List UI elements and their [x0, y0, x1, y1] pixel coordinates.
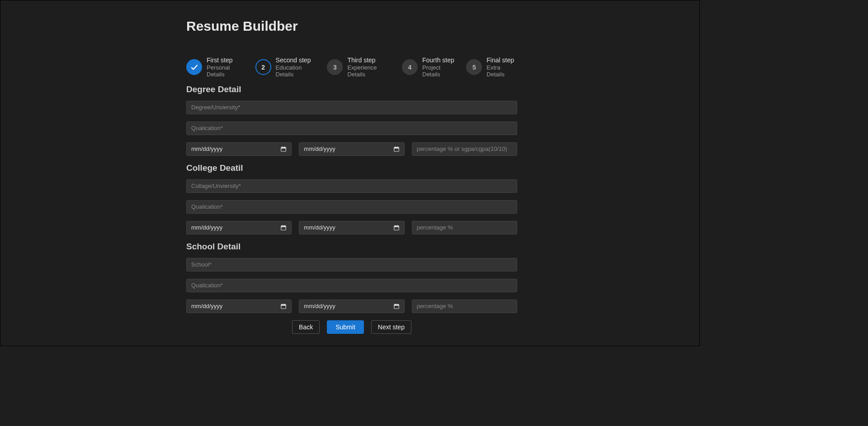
step-5-circle: 5 — [466, 59, 482, 75]
calendar-icon — [393, 303, 400, 309]
school-end-date-input[interactable]: mm/dd/yyyy — [299, 300, 404, 313]
school-percentage-input[interactable] — [412, 300, 517, 313]
calendar-icon — [280, 225, 287, 231]
page-title: Resume Buildber — [186, 19, 517, 34]
svg-rect-5 — [394, 147, 399, 149]
button-row: Back Submit Next step — [186, 320, 517, 334]
college-end-date-placeholder: mm/dd/yyyy — [304, 224, 335, 231]
submit-button[interactable]: Submit — [327, 320, 364, 334]
step-2[interactable]: 2 Second step Education Details — [255, 56, 318, 78]
back-button[interactable]: Back — [292, 320, 320, 334]
degree-institution-input[interactable] — [186, 101, 517, 114]
college-section-title: College Deatil — [186, 163, 517, 173]
step-1-sub: Personal Details — [207, 64, 246, 78]
college-end-date-input[interactable]: mm/dd/yyyy — [299, 221, 404, 234]
degree-section-title: Degree Detail — [186, 84, 517, 94]
school-start-date-input[interactable]: mm/dd/yyyy — [186, 300, 292, 313]
step-5-texts: Final step Extra Details — [486, 56, 517, 78]
step-5[interactable]: 5 Final step Extra Details — [466, 56, 517, 78]
svg-rect-21 — [394, 304, 399, 306]
school-end-date-placeholder: mm/dd/yyyy — [304, 303, 335, 309]
degree-start-date-input[interactable]: mm/dd/yyyy — [186, 142, 292, 156]
check-icon — [186, 59, 202, 75]
form-container: Resume Buildber First step Personal Deta… — [186, 0, 517, 346]
step-4-circle: 4 — [402, 59, 418, 75]
step-1[interactable]: First step Personal Details — [186, 56, 246, 78]
college-start-date-input[interactable]: mm/dd/yyyy — [186, 221, 292, 234]
svg-rect-17 — [281, 304, 286, 306]
calendar-icon — [280, 303, 287, 309]
step-2-circle: 2 — [255, 59, 271, 75]
college-start-date-placeholder: mm/dd/yyyy — [191, 224, 222, 231]
step-1-texts: First step Personal Details — [207, 56, 246, 78]
svg-rect-1 — [281, 147, 286, 149]
calendar-icon — [393, 146, 400, 152]
degree-percentage-input[interactable] — [412, 142, 517, 156]
step-3[interactable]: 3 Third step Experience Details — [327, 56, 393, 78]
college-institution-input[interactable] — [186, 179, 517, 193]
step-3-circle: 3 — [327, 59, 343, 75]
degree-start-date-placeholder: mm/dd/yyyy — [191, 145, 222, 152]
app-frame[interactable]: Resume Buildber First step Personal Deta… — [0, 0, 700, 346]
degree-end-date-placeholder: mm/dd/yyyy — [304, 145, 335, 152]
step-3-title: Third step — [347, 56, 393, 64]
degree-end-date-input[interactable]: mm/dd/yyyy — [299, 142, 404, 156]
svg-rect-9 — [281, 226, 286, 227]
step-4-title: Fourth step — [422, 56, 457, 64]
step-4-sub: Project Details — [422, 64, 457, 78]
college-percentage-input[interactable] — [412, 221, 517, 234]
svg-rect-13 — [394, 226, 399, 227]
step-2-texts: Second step Education Details — [276, 56, 318, 78]
calendar-icon — [393, 225, 400, 231]
step-1-title: First step — [207, 56, 246, 64]
step-3-sub: Experience Details — [347, 64, 393, 78]
step-3-texts: Third step Experience Details — [347, 56, 393, 78]
step-4[interactable]: 4 Fourth step Project Details — [402, 56, 457, 78]
step-2-sub: Education Details — [276, 64, 318, 78]
degree-qualification-input[interactable] — [186, 122, 517, 135]
college-qualification-input[interactable] — [186, 200, 517, 214]
stepper: First step Personal Details 2 Second ste… — [186, 56, 517, 78]
step-4-texts: Fourth step Project Details — [422, 56, 457, 78]
step-5-sub: Extra Details — [486, 64, 517, 78]
school-institution-input[interactable] — [186, 258, 517, 272]
step-5-title: Final step — [486, 56, 517, 64]
school-qualification-input[interactable] — [186, 279, 517, 292]
step-2-title: Second step — [276, 56, 318, 64]
calendar-icon — [280, 146, 287, 152]
school-start-date-placeholder: mm/dd/yyyy — [191, 303, 222, 309]
next-step-button[interactable]: Next step — [371, 320, 411, 334]
school-section-title: School Detail — [186, 242, 517, 252]
